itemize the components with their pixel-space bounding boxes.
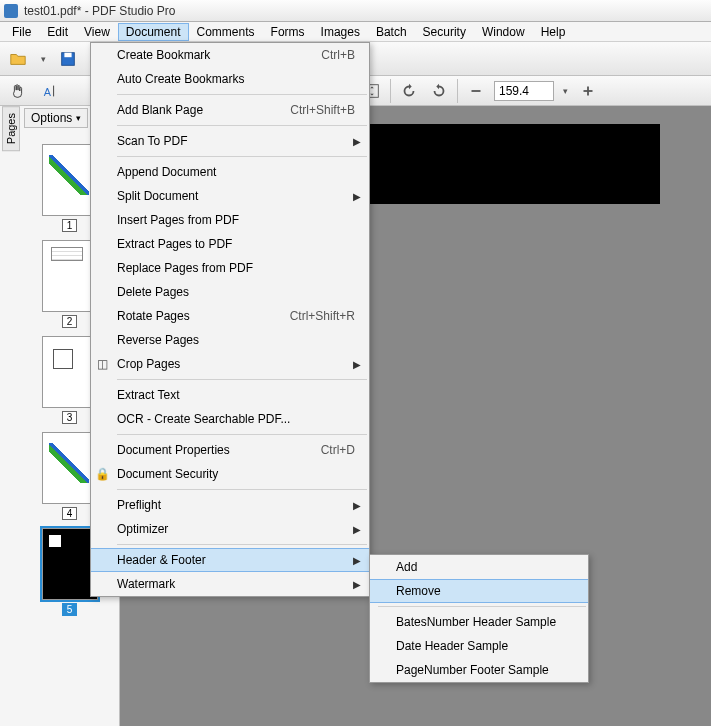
save-button[interactable] xyxy=(56,47,80,71)
accelerator: Ctrl+B xyxy=(321,48,355,62)
menu-item-label: OCR - Create Searchable PDF... xyxy=(113,412,361,426)
menu-item-label: Preflight xyxy=(113,498,353,512)
menu-forms[interactable]: Forms xyxy=(263,23,313,41)
menu-item-label: Auto Create Bookmarks xyxy=(113,72,361,86)
menu-item-preflight[interactable]: Preflight▶ xyxy=(91,493,369,517)
window-title: test01.pdf* - PDF Studio Pro xyxy=(24,4,175,18)
svg-rect-10 xyxy=(587,87,589,96)
menu-edit[interactable]: Edit xyxy=(39,23,76,41)
menu-help[interactable]: Help xyxy=(533,23,574,41)
menu-file[interactable]: File xyxy=(4,23,39,41)
menu-item-label: Insert Pages from PDF xyxy=(113,213,361,227)
zoom-in-button[interactable] xyxy=(576,79,600,103)
menu-item-label: Reverse Pages xyxy=(113,333,361,347)
menu-item-extract-pages-to-pdf[interactable]: Extract Pages to PDF xyxy=(91,232,369,256)
accelerator: Ctrl+Shift+B xyxy=(290,103,355,117)
zoom-input[interactable] xyxy=(494,81,554,101)
titlebar: test01.pdf* - PDF Studio Pro xyxy=(0,0,711,22)
menu-item-label: Add Blank Page xyxy=(113,103,290,117)
accelerator: Ctrl+Shift+R xyxy=(290,309,355,323)
svg-rect-8 xyxy=(472,90,481,92)
menu-item-label: Document Security xyxy=(113,467,361,481)
menu-item-label: Extract Text xyxy=(113,388,361,402)
submenu-item-add[interactable]: Add xyxy=(370,555,588,579)
submenu-arrow-icon: ▶ xyxy=(353,359,361,370)
text-select-tool[interactable]: A xyxy=(38,79,62,103)
menu-item-delete-pages[interactable]: Delete Pages xyxy=(91,280,369,304)
menu-item-ocr-create-searchable-pdf-[interactable]: OCR - Create Searchable PDF... xyxy=(91,407,369,431)
options-label: Options xyxy=(31,111,72,125)
menu-batch[interactable]: Batch xyxy=(368,23,415,41)
menu-item-insert-pages-from-pdf[interactable]: Insert Pages from PDF xyxy=(91,208,369,232)
menu-item-create-bookmark[interactable]: Create BookmarkCtrl+B xyxy=(91,43,369,67)
submenu-item-batesnumber-header-sample[interactable]: BatesNumber Header Sample xyxy=(370,610,588,634)
submenu-item-remove[interactable]: Remove xyxy=(370,579,588,603)
menu-document[interactable]: Document xyxy=(118,23,189,41)
thumb-number: 5 xyxy=(62,603,78,616)
header-footer-submenu: AddRemoveBatesNumber Header SampleDate H… xyxy=(369,554,589,683)
submenu-arrow-icon: ▶ xyxy=(353,524,361,535)
hand-tool[interactable] xyxy=(6,79,30,103)
thumb-number: 4 xyxy=(62,507,78,520)
lock-icon: 🔒 xyxy=(91,467,113,481)
menu-item-optimizer[interactable]: Optimizer▶ xyxy=(91,517,369,541)
menu-item-label: Delete Pages xyxy=(113,285,361,299)
options-button[interactable]: Options xyxy=(24,108,88,128)
menu-item-label: Replace Pages from PDF xyxy=(113,261,361,275)
document-menu: Create BookmarkCtrl+BAuto Create Bookmar… xyxy=(90,42,370,597)
pages-tab[interactable]: Pages xyxy=(2,106,20,151)
submenu-arrow-icon: ▶ xyxy=(353,579,361,590)
menu-item-split-document[interactable]: Split Document▶ xyxy=(91,184,369,208)
submenu-item-pagenumber-footer-sample[interactable]: PageNumber Footer Sample xyxy=(370,658,588,682)
app-icon xyxy=(4,4,18,18)
rotate-cw-button[interactable] xyxy=(427,79,451,103)
menu-item-rotate-pages[interactable]: Rotate PagesCtrl+Shift+R xyxy=(91,304,369,328)
submenu-arrow-icon: ▶ xyxy=(353,191,361,202)
menu-item-auto-create-bookmarks[interactable]: Auto Create Bookmarks xyxy=(91,67,369,91)
menu-item-scan-to-pdf[interactable]: Scan To PDF▶ xyxy=(91,129,369,153)
rotate-ccw-button[interactable] xyxy=(397,79,421,103)
menu-item-label: Rotate Pages xyxy=(113,309,290,323)
menu-item-document-security[interactable]: 🔒Document Security xyxy=(91,462,369,486)
thumb-number: 1 xyxy=(62,219,78,232)
menu-item-label: Crop Pages xyxy=(113,357,353,371)
submenu-item-date-header-sample[interactable]: Date Header Sample xyxy=(370,634,588,658)
crop-icon: ◫ xyxy=(91,357,113,371)
svg-text:A: A xyxy=(44,85,52,97)
menu-window[interactable]: Window xyxy=(474,23,533,41)
svg-rect-1 xyxy=(64,52,71,57)
page-canvas xyxy=(360,124,660,204)
menu-item-label: Document Properties xyxy=(113,443,321,457)
menu-item-watermark[interactable]: Watermark▶ xyxy=(91,572,369,596)
separator xyxy=(390,79,391,103)
menu-item-label: Header & Footer xyxy=(113,553,353,567)
menu-images[interactable]: Images xyxy=(313,23,368,41)
menu-view[interactable]: View xyxy=(76,23,118,41)
menu-comments[interactable]: Comments xyxy=(189,23,263,41)
zoom-out-button[interactable] xyxy=(464,79,488,103)
menu-item-label: Scan To PDF xyxy=(113,134,353,148)
submenu-arrow-icon: ▶ xyxy=(353,136,361,147)
menu-item-replace-pages-from-pdf[interactable]: Replace Pages from PDF xyxy=(91,256,369,280)
menu-item-add-blank-page[interactable]: Add Blank PageCtrl+Shift+B xyxy=(91,98,369,122)
menu-item-extract-text[interactable]: Extract Text xyxy=(91,383,369,407)
thumb-number: 2 xyxy=(62,315,78,328)
thumb-number: 3 xyxy=(62,411,78,424)
menu-item-label: Extract Pages to PDF xyxy=(113,237,361,251)
submenu-arrow-icon: ▶ xyxy=(353,555,361,566)
open-dropdown[interactable] xyxy=(38,54,48,64)
menu-item-label: Split Document xyxy=(113,189,353,203)
menubar: FileEditViewDocumentCommentsFormsImagesB… xyxy=(0,22,711,42)
menu-item-document-properties[interactable]: Document PropertiesCtrl+D xyxy=(91,438,369,462)
zoom-dropdown[interactable] xyxy=(560,86,570,96)
menu-item-label: Append Document xyxy=(113,165,361,179)
menu-item-header-footer[interactable]: Header & Footer▶ xyxy=(91,548,369,572)
accelerator: Ctrl+D xyxy=(321,443,355,457)
menu-security[interactable]: Security xyxy=(415,23,474,41)
separator xyxy=(457,79,458,103)
menu-item-label: Create Bookmark xyxy=(113,48,321,62)
menu-item-reverse-pages[interactable]: Reverse Pages xyxy=(91,328,369,352)
menu-item-crop-pages[interactable]: ◫Crop Pages▶ xyxy=(91,352,369,376)
open-button[interactable] xyxy=(6,47,30,71)
menu-item-append-document[interactable]: Append Document xyxy=(91,160,369,184)
